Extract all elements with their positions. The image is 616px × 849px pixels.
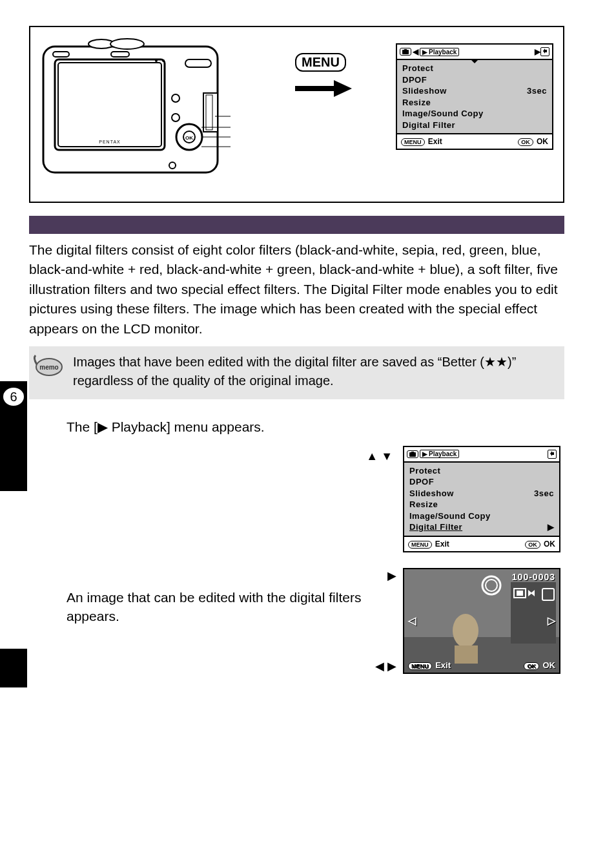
body-paragraph: The digital filters consist of eight col… (29, 240, 564, 339)
setup-tab-icon (548, 450, 557, 459)
menu2-ok-label: OK (544, 540, 555, 549)
step3-text: An image that can be edited with the dig… (67, 588, 396, 626)
svg-marker-24 (334, 80, 352, 97)
menu1-item-slideshow: Slideshow (402, 85, 447, 97)
playback-menu-1: ◀ ▶Playback ▶ Protect DPOF Slideshow 3se… (396, 43, 553, 150)
menu2-item-resize: Resize (409, 499, 554, 510)
menu1-exit-label: Exit (428, 137, 442, 146)
menu-pill-icon: MENU (408, 662, 432, 670)
svg-text:PENTAX: PENTAX (99, 140, 121, 144)
arrow-right-icon (295, 79, 353, 98)
up-down-arrows-icon: ▲ ▼ (366, 450, 393, 463)
memo-block: memo Images that have been edited with t… (29, 346, 564, 399)
menu1-item-resize: Resize (402, 97, 547, 109)
camera-tab-icon (400, 48, 411, 56)
preview-photo: 100-0003 ◁ ▷ MENU Exit OK OK (403, 568, 560, 674)
menu1-slideshow-value: 3sec (527, 85, 547, 97)
menu1-body: Protect DPOF Slideshow 3sec Resize Image… (397, 60, 552, 133)
playback-tab: ▶Playback (420, 48, 459, 56)
step2-row: ▲ ▼ ▶Playback Protect (29, 446, 564, 552)
svg-point-11 (110, 39, 144, 49)
right-arrow-icon: ▶ (548, 521, 555, 533)
menu2-body: Protect DPOF Slideshow 3sec Resize Image… (404, 463, 559, 536)
photo-ok: OK OK (524, 660, 555, 670)
memo-icon: memo (32, 353, 64, 390)
svg-text:memo: memo (39, 364, 58, 371)
camera-illustration: OK PENTAX (37, 34, 231, 185)
menu1-item-imgcopy: Image/Sound Copy (402, 108, 547, 120)
menu2-item-dpof: DPOF (409, 476, 554, 488)
nav-right-icon: ▷ (548, 614, 555, 627)
memo-text: Images that have been edited with the di… (73, 353, 557, 390)
menu1-ok-label: OK (537, 137, 548, 146)
right-arrow-icon: ▶ (387, 569, 396, 582)
svg-rect-0 (43, 47, 218, 173)
menu1-tab-label: Playback (429, 48, 457, 56)
step1-text: The [▶ Playback] menu appears. (67, 417, 558, 436)
menu2-item-slideshow: Slideshow (409, 488, 454, 499)
svg-rect-25 (402, 50, 409, 54)
playback-menu-2: ▶Playback Protect DPOF Slideshow 3sec Re… (403, 446, 560, 552)
menu-button-label: MENU (295, 53, 346, 72)
menu2-tab-label: Playback (429, 450, 457, 457)
menu2-item-digfilter: Digital Filter (409, 521, 462, 533)
step3-row: ▶ An image that can be edited with the d… (29, 568, 564, 675)
svg-point-14 (155, 59, 158, 62)
svg-marker-27 (471, 59, 478, 63)
svg-rect-31 (411, 452, 414, 453)
setup-tab-icon (540, 47, 549, 56)
camera-tab-icon (407, 450, 418, 458)
svg-rect-40 (517, 591, 523, 596)
menu1-foot: MENU Exit OK OK (397, 133, 552, 149)
svg-rect-30 (409, 452, 416, 457)
svg-rect-26 (404, 49, 407, 50)
menu1-item-digfilter: Digital Filter (402, 120, 547, 131)
menu2-foot: MENU Exit OK OK (404, 536, 559, 551)
menu2-item-protect: Protect (409, 465, 554, 477)
photo-exit: MENU Exit (408, 660, 451, 670)
menu2-tabs: ▶Playback (404, 447, 559, 463)
menu1-item-dpof: DPOF (402, 74, 547, 86)
menu-pill-icon: MENU (401, 138, 425, 146)
image-counter: 100-0003 (512, 572, 555, 582)
ok-pill-icon: OK (525, 541, 540, 549)
svg-text:OK: OK (185, 135, 193, 141)
section-heading-bar (29, 216, 564, 234)
svg-point-35 (453, 614, 478, 647)
menu2-exit-label: Exit (435, 540, 449, 549)
side-bottom-block (0, 649, 27, 687)
manual-page: 6 OK PENTAX M (0, 0, 616, 687)
svg-point-15 (162, 59, 165, 62)
svg-rect-36 (455, 645, 478, 664)
left-right-arrows-icon: ◀ ▶ (375, 660, 396, 673)
ok-pill-icon: OK (518, 138, 533, 146)
nav-left-icon: ◁ (408, 614, 416, 627)
menu1-item-protect: Protect (402, 63, 547, 74)
chapter-number: 6 (3, 388, 24, 406)
chapter-side-tab: 6 (0, 381, 27, 491)
playback-tab: ▶Playback (420, 450, 459, 458)
top-figure-box: OK PENTAX MENU (29, 26, 564, 203)
menu2-slideshow-value: 3sec (534, 488, 554, 499)
menu2-item-imgcopy: Image/Sound Copy (409, 510, 554, 522)
ok-pill-icon: OK (524, 662, 539, 670)
menu-pill-icon: MENU (408, 541, 432, 549)
menu1-tabs: ◀ ▶Playback ▶ (397, 45, 552, 60)
svg-rect-8 (203, 93, 218, 132)
